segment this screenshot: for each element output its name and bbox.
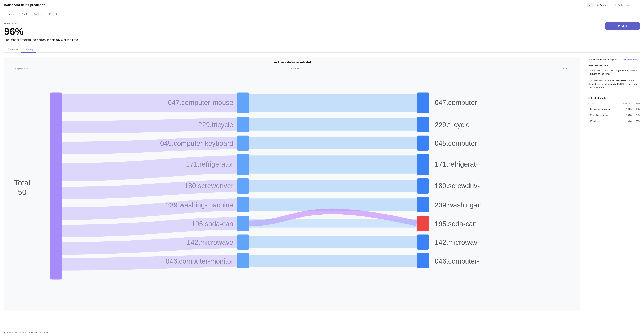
main-tabs: Select Build Analyze Predict (0, 10, 644, 18)
table-row: 195.soda-can 100% 60% (588, 118, 640, 124)
flow-7 (62, 242, 237, 248)
flow-5 (62, 205, 237, 214)
divider (588, 93, 640, 93)
class-cell-1: 239.washing-machine (588, 112, 620, 118)
recall-cell-0: 100% (632, 106, 640, 112)
labels-table-body: 045.computer-keyboard 100% 100% 239.wash… (588, 106, 640, 124)
insights-title: Model accuracy insights (588, 58, 617, 61)
insight-highlight-2: 71.429% of the time. (588, 72, 610, 75)
sankey-chart-container: Predicted Label vs. Actual Label All pre… (4, 57, 580, 311)
insight-highlight-1: 171.refrigerator (610, 69, 626, 72)
tab-select[interactable]: Select (4, 10, 18, 18)
act-label-6: 195.soda-can (435, 220, 476, 228)
predict-button[interactable]: Predict (605, 22, 640, 30)
class-cell-2: 195.soda-can (588, 118, 620, 124)
flow-2 (62, 143, 237, 148)
precision-cell-1: 100% (620, 112, 632, 118)
pred-bar-2 (237, 135, 249, 151)
insight-highlight-3: 171.refrigerator (612, 79, 628, 82)
accuracy-description: The model predicts the correct labels 96… (4, 38, 79, 42)
total-bar (50, 92, 62, 279)
accuracy-percentage: 96% (4, 26, 79, 37)
pred-bar-4 (237, 178, 249, 194)
flow-1 (62, 124, 237, 127)
pred-bar-3 (237, 154, 249, 175)
act-bar-8 (417, 253, 429, 268)
sankey-svg: Total 50 047.computer-mouse 229.tricycle… (8, 72, 576, 307)
act-bar-7 (417, 234, 429, 250)
act-bar-2 (417, 135, 429, 151)
pred-bar-1 (237, 117, 249, 132)
pred-bar-8 (237, 253, 249, 268)
act-label-5: 239.washing-m (435, 201, 482, 209)
most-frequent-label: Most frequent label (588, 64, 640, 67)
sub-tabs: Overview Scoring (4, 46, 640, 53)
individual-labels-title: Individual labels (588, 97, 640, 100)
act-bar-6 (417, 216, 429, 231)
pred-bar-0 (237, 92, 249, 113)
insight-text-2: For the values that are 171.refrigerator… (588, 79, 640, 90)
more-options-button[interactable]: ⋮ (634, 2, 640, 8)
add-version-label: Add version (618, 4, 630, 6)
chart-title: Predicted Label vs. Actual Label (8, 61, 576, 64)
flow-3 (62, 164, 237, 172)
act-label-3: 171.refrigerat- (435, 160, 478, 168)
insight-highlight-4: predicted 100% (608, 83, 624, 85)
total-value: 50 (18, 188, 26, 196)
table-row: 045.computer-keyboard 100% 100% (588, 106, 640, 112)
sub-tab-overview[interactable]: Overview (4, 46, 21, 53)
top-section: Model status 96% The model predicts the … (4, 22, 640, 42)
version-badge: V1 (587, 3, 593, 7)
col-actual: Actual (563, 67, 569, 70)
app-title: household-items-prediction (4, 3, 45, 7)
act-label-0: 047.computer- (435, 99, 479, 106)
total-label: Total (14, 178, 30, 187)
col-precision: Precision (620, 102, 632, 106)
labels-table: Class Precision Recall 045.computer-keyb… (588, 102, 640, 124)
flow-8 (62, 261, 237, 264)
col-predicted: Predicted (291, 67, 300, 70)
recall-cell-1: 100% (632, 112, 640, 118)
insights-header: Model accuracy insights Advanced metrics (588, 58, 640, 61)
recall-cell-2: 60% (632, 118, 640, 124)
act-bar-1 (417, 117, 429, 132)
plus-icon: ⊕ (615, 4, 616, 6)
act-label-4: 180.screwdriv- (435, 182, 480, 189)
chart-section: Predicted Label vs. Actual Label All pre… (4, 57, 640, 311)
sankey-diagram: Total 50 047.computer-mouse 229.tricycle… (8, 72, 576, 307)
insight-text-1: If the model predicts 171.refrigerator, … (588, 69, 640, 76)
class-cell-0: 045.computer-keyboard (588, 106, 620, 112)
model-status-section: Model status 96% The model predicts the … (4, 22, 79, 42)
pred-bar-7 (237, 234, 249, 250)
chevron-down-icon: ▾ (607, 4, 608, 6)
advanced-metrics-link[interactable]: Advanced metrics (622, 58, 640, 61)
header: household-items-prediction V1 Ready ▾ ⊕ … (0, 0, 644, 10)
ready-status[interactable]: Ready ▾ (595, 3, 610, 8)
model-status-label: Model status (4, 22, 79, 25)
sub-tab-scoring[interactable]: Scoring (21, 46, 36, 53)
sankey-column-labels: All predictions Predicted Actual (8, 67, 576, 70)
act-label-1: 229.tricycle (435, 121, 470, 128)
tab-build[interactable]: Build (18, 10, 30, 18)
table-row: 239.washing-machine 100% 100% (588, 112, 640, 118)
act-label-2: 045.computer- (435, 140, 479, 147)
pred-bar-6 (237, 216, 249, 231)
flow-4 (62, 186, 237, 193)
act-label-8: 046.computer- (435, 257, 479, 265)
ready-label: Ready (600, 4, 606, 6)
add-version-button[interactable]: ⊕ Add version (612, 3, 632, 8)
col-class: Class (588, 102, 620, 106)
tab-analyze[interactable]: Analyze (30, 10, 46, 18)
act-label-7: 142.microwav- (435, 238, 480, 246)
act-bar-4 (417, 178, 429, 194)
insights-panel: Model accuracy insights Advanced metrics… (584, 57, 640, 311)
flow-6 (62, 223, 237, 231)
main-content: Model status 96% The model predicts the … (0, 18, 644, 316)
col-recall: Recall (632, 102, 640, 106)
pred-bar-5 (237, 197, 249, 212)
act-bar-5 (417, 197, 429, 212)
act-bar-0 (417, 92, 429, 113)
tab-predict[interactable]: Predict (46, 10, 60, 18)
header-actions: V1 Ready ▾ ⊕ Add version ⋮ (587, 2, 640, 8)
act-bar-3 (417, 154, 429, 175)
